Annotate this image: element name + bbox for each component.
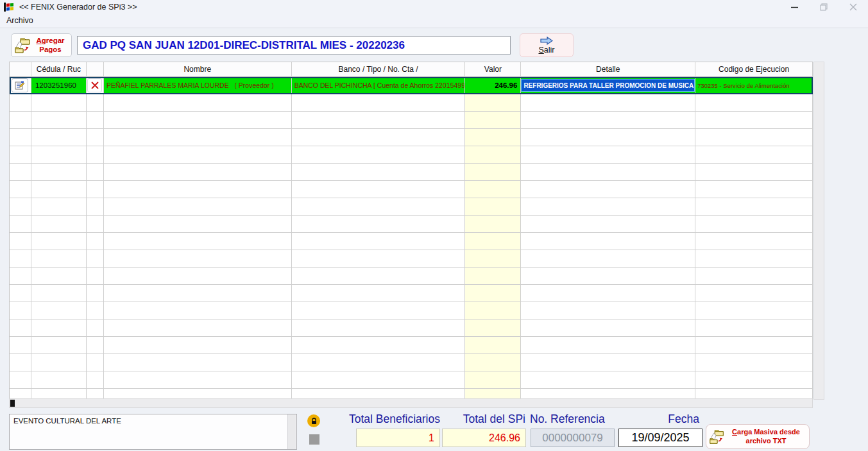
agregar-pagos-button[interactable]: Agregar Pagos [11,33,72,57]
cell-codigo[interactable]: 730235 - Servicio de Alimentación [695,77,813,94]
empty-cell [465,146,521,164]
title-bar: << FENIX Generador de SPi3 >> [0,0,868,14]
empty-cell [292,337,466,354]
horizontal-scrollbar-thumb[interactable] [10,400,15,407]
empty-cell [10,389,31,398]
empty-cell [465,268,521,285]
detalle-textarea-scrollbar[interactable] [287,414,296,449]
empty-cell [465,164,521,181]
empty-cell [521,129,695,146]
gray-square-button[interactable] [309,434,319,445]
empty-cell [104,198,292,216]
salir-button[interactable]: Salir [520,33,574,57]
empty-cell [521,354,695,371]
delete-row-button[interactable] [87,78,102,92]
table-row-empty [10,146,813,164]
empty-cell [695,389,813,398]
empty-cell [104,112,292,129]
empty-cell [292,129,466,146]
carga-masiva-label: Carga Masiva desde archivo TXT [726,428,806,445]
table-row-empty [10,268,813,285]
empty-cell [104,371,292,389]
empty-cell [10,319,31,337]
table-row-empty [10,233,813,250]
detalle-selected-box[interactable]: REFRIGERIOS PARA TALLER PROMOCION DE MUS… [521,79,695,92]
table-row[interactable]: 1203251960 PEÑAFIEL PARRALES MARIA LOURD… [10,77,813,94]
total-beneficiarios-value: 1 [356,429,440,447]
exit-arrow-icon [540,37,553,45]
folder-transfer-icon [709,428,726,446]
menu-bar: Archivo [0,14,868,28]
empty-cell [31,268,87,285]
minimize-button[interactable] [779,0,809,14]
empty-cell [10,371,31,389]
empty-cell [87,129,104,146]
empty-cell [104,354,292,371]
empty-cell [695,285,813,302]
header-detalle: Detalle [521,62,695,77]
empty-cell [31,354,87,371]
empty-cell [87,337,104,354]
empty-cell [465,181,521,198]
empty-cell [31,389,87,398]
empty-cell [292,112,466,129]
empty-cell [104,389,292,398]
empty-cell [10,216,31,233]
empty-cell [521,146,695,164]
empty-cell [31,216,87,233]
empty-cell [292,250,466,268]
empty-cell [465,233,521,250]
detalle-general-textarea[interactable]: EVENTO CULTURAL DEL ARTE [9,414,297,450]
empty-cell [465,319,521,337]
maximize-button[interactable] [809,0,838,14]
empty-cell [521,164,695,181]
table-row-empty [10,181,813,198]
empty-cell [104,250,292,268]
referencia-label: No. Referencia [530,413,605,426]
delete-x-icon [91,81,99,89]
spi-title-input[interactable] [77,36,511,55]
empty-cell [521,268,695,285]
empty-cell [695,112,813,129]
empty-cell [87,302,104,319]
fecha-input[interactable]: 19/09/2025 [618,429,702,447]
empty-cell [292,285,466,302]
cell-cedula[interactable]: 1203251960 [31,77,87,94]
empty-cell [31,94,87,112]
table-row-empty [10,389,813,398]
empty-cell [31,146,87,164]
horizontal-scrollbar[interactable] [9,398,813,408]
total-spi-value: 246.96 [442,429,526,447]
close-button[interactable] [838,0,868,14]
empty-cell [521,319,695,337]
empty-cell [10,129,31,146]
table-row-empty [10,319,813,337]
empty-cell [521,198,695,216]
empty-cell [521,181,695,198]
edit-icon [15,81,25,90]
empty-cell [31,164,87,181]
empty-cell [10,268,31,285]
cell-valor[interactable]: 246.96 [465,77,521,94]
cell-nombre[interactable]: PEÑAFIEL PARRALES MARIA LOURDE ( Proveed… [104,77,292,94]
app-icon [4,3,14,12]
total-spi-label: Total del SPi [442,413,525,426]
table-row-empty [10,337,813,354]
vertical-scrollbar[interactable] [813,62,824,400]
empty-cell [104,337,292,354]
agregar-pagos-label: Agregar Pagos [32,37,69,55]
empty-cell [695,354,813,371]
empty-cell [465,94,521,112]
empty-cell [465,285,521,302]
table-row-empty [10,302,813,319]
cell-banco[interactable]: BANCO DEL PICHINCHA [ Cuenta de Ahorros … [292,77,466,94]
carga-masiva-button[interactable]: Carga Masiva desde archivo TXT [706,424,810,449]
empty-cell [87,164,104,181]
menu-archivo[interactable]: Archivo [0,14,40,27]
empty-cell [87,181,104,198]
edit-row-button[interactable] [12,78,28,92]
empty-cell [695,216,813,233]
empty-cell [31,319,87,337]
cell-detalle[interactable]: REFRIGERIOS PARA TALLER PROMOCION DE MUS… [521,77,695,94]
empty-cell [10,337,31,354]
